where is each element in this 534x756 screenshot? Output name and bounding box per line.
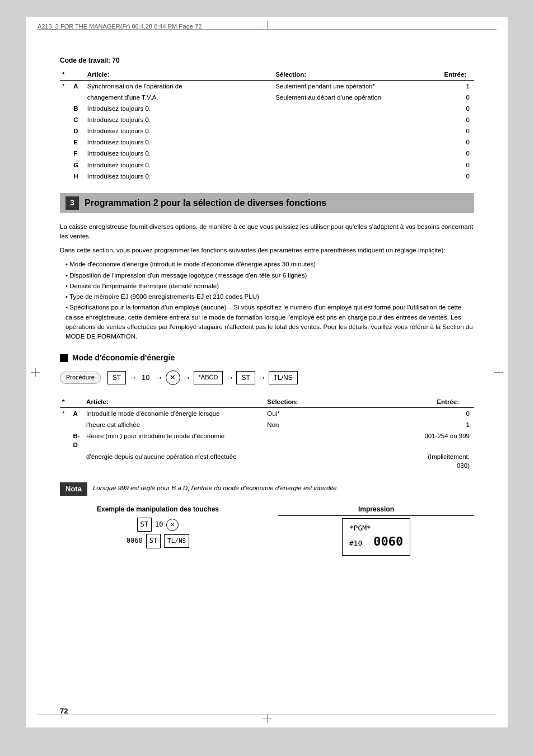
- td-letter: C: [71, 114, 85, 125]
- ex-st1: ST: [137, 518, 152, 532]
- table-row: * A Synchronisation de l'opération de Se…: [60, 80, 474, 92]
- td-selection: [273, 103, 437, 114]
- section3-desc1: La caisse enregistreuse fournit diverses…: [60, 222, 474, 242]
- td2-selection2: Non: [265, 419, 421, 430]
- td-letter: A: [71, 80, 85, 92]
- imp-line3: 0060: [373, 533, 403, 551]
- td2-star: [60, 430, 71, 450]
- list-item: Disposition de l'impression d'un message…: [65, 271, 474, 280]
- th2-star: *: [60, 396, 71, 408]
- td-article: Introduisez toujours 0.: [85, 114, 273, 125]
- diagram-step4: *ABCD: [194, 371, 223, 384]
- td-article: Introduisez toujours 0.: [85, 159, 273, 171]
- exemple-box: Exemple de manipulation des touches ST 1…: [60, 505, 256, 548]
- td2-selection: [265, 430, 421, 450]
- td-selection: [273, 137, 437, 148]
- td-entree: 0: [437, 148, 474, 159]
- td-entree: 0: [437, 171, 474, 182]
- header-text: A213_3 FOR THE MANAGER(Fr) 06.4.28 8:44 …: [38, 22, 202, 31]
- td2-article: Heure (min.) pour introduire le mode d'é…: [84, 430, 265, 450]
- list-item: Spécifications pour la formation d'un em…: [65, 303, 474, 341]
- td-selection: [273, 171, 437, 182]
- td-letter: E: [71, 137, 85, 148]
- arrow2: →: [152, 372, 166, 384]
- energy-mode-heading: Mode d'économie d'énergie: [60, 353, 474, 364]
- td-letter: F: [71, 148, 85, 159]
- ex-0060: 0060: [127, 535, 143, 547]
- procedure-badge: Procédure: [60, 372, 101, 383]
- td-entree: 1: [437, 80, 474, 92]
- td2-entree: 0: [421, 408, 474, 420]
- th-letter: [71, 69, 85, 81]
- td2-selection: Oui*: [265, 408, 421, 420]
- nota-row: Nota Lorsque 999 est réglé pour B à D, l…: [60, 482, 474, 496]
- table-row: l'heure est affichée Non 1: [60, 419, 474, 430]
- td-selection: [273, 148, 437, 159]
- td2-article2: l'heure est affichée: [84, 419, 265, 430]
- impression-title: Impression: [278, 505, 474, 516]
- th2-letter: [71, 396, 84, 408]
- th-article: Article:: [85, 69, 273, 81]
- diagram-step5: ST: [236, 371, 255, 385]
- exemple-title: Exemple de manipulation des touches: [60, 505, 256, 514]
- diagram-container: ST → 10 → ✕ → *ABCD → ST → TL/NS: [107, 370, 298, 385]
- td-article2: changement d'une T.V.A.: [85, 92, 273, 103]
- td-letter: H: [71, 171, 85, 182]
- th2-entree: Entrée:: [421, 396, 474, 408]
- td-entree: 0: [437, 137, 474, 148]
- arrow4: →: [223, 372, 236, 384]
- td-article: Introduisez toujours 0.: [85, 125, 273, 137]
- diagram-step6: TL/NS: [269, 371, 298, 385]
- code-travail-table: * Article: Sélection: Entrée: * A Synchr…: [60, 69, 474, 182]
- td-star: [60, 148, 71, 159]
- td-selection: [273, 159, 437, 171]
- section3-title: Programmation 2 pour la sélection de div…: [85, 197, 326, 209]
- ex-10: 10: [155, 519, 163, 531]
- bullet-list: Mode d'économie d'énergie (introduit le …: [65, 260, 474, 341]
- th2-selection: Sélection:: [265, 396, 421, 408]
- td2-star: *: [60, 408, 71, 420]
- table-row: B-D Heure (min.) pour introduire le mode…: [60, 430, 474, 450]
- page-header: A213_3 FOR THE MANAGER(Fr) 06.4.28 8:44 …: [26, 22, 508, 31]
- ex-tlns: TL/NS: [164, 534, 189, 548]
- page-number: 72: [60, 706, 68, 716]
- td-entree: 0: [437, 103, 474, 114]
- table-row: H Introduisez toujours 0. 0: [60, 171, 474, 182]
- diagram-step2: 10: [139, 373, 152, 383]
- td-star: [60, 137, 71, 148]
- td-letter: G: [71, 159, 85, 171]
- imp-line2-3: #10 0060: [349, 533, 403, 551]
- exemple-content: ST 10 ✕ 0060 ST TL/NS: [60, 518, 256, 548]
- table-row: B Introduisez toujours 0. 0: [60, 103, 474, 114]
- arrow5: →: [255, 372, 269, 384]
- table-row: F Introduisez toujours 0. 0: [60, 148, 474, 159]
- list-item: Type de mémoire EJ (9000 enregistrements…: [65, 292, 474, 302]
- th-star: *: [60, 69, 71, 81]
- page: A213_3 FOR THE MANAGER(Fr) 06.4.28 8:44 …: [26, 17, 508, 727]
- td-letter: D: [71, 125, 85, 137]
- td-star: [60, 171, 71, 182]
- th2-article: Article:: [84, 396, 265, 408]
- table-row: D Introduisez toujours 0. 0: [60, 125, 474, 137]
- section3-desc2: Dans cette section, vous pouvez programm…: [60, 246, 474, 255]
- td-selection: [273, 114, 437, 125]
- td2-article2: d'énergie depuis qu'aucune opération n'e…: [84, 451, 265, 471]
- imp-line1: *PGM*: [349, 523, 403, 533]
- th-entree: Entrée:: [437, 69, 474, 81]
- exemple-line2: 0060 ST TL/NS: [60, 534, 256, 548]
- td2-letter: B-D: [71, 430, 84, 450]
- td-selection2: Seulement au départ d'une opération: [273, 92, 437, 103]
- td-star: *: [60, 80, 71, 92]
- td-article: Introduisez toujours 0.: [85, 103, 273, 114]
- td-article: Synchronisation de l'opération de: [85, 80, 273, 92]
- td2-entree: 001-254 ou 999: [421, 430, 474, 450]
- td2-selection2: [265, 451, 421, 471]
- td2-article: Introduit le mode d'économie d'énergie l…: [84, 408, 265, 420]
- bottom-row: Exemple de manipulation des touches ST 1…: [60, 505, 474, 556]
- nota-text: Lorsque 999 est réglé pour B à D, l'entr…: [93, 482, 339, 493]
- ex-st2: ST: [146, 534, 161, 548]
- td2-entree2: 1: [421, 419, 474, 430]
- impression-box: Impression *PGM* #10 0060: [278, 505, 474, 556]
- td-selection: Seulement pendant une opération*: [273, 80, 437, 92]
- table-row: d'énergie depuis qu'aucune opération n'e…: [60, 451, 474, 471]
